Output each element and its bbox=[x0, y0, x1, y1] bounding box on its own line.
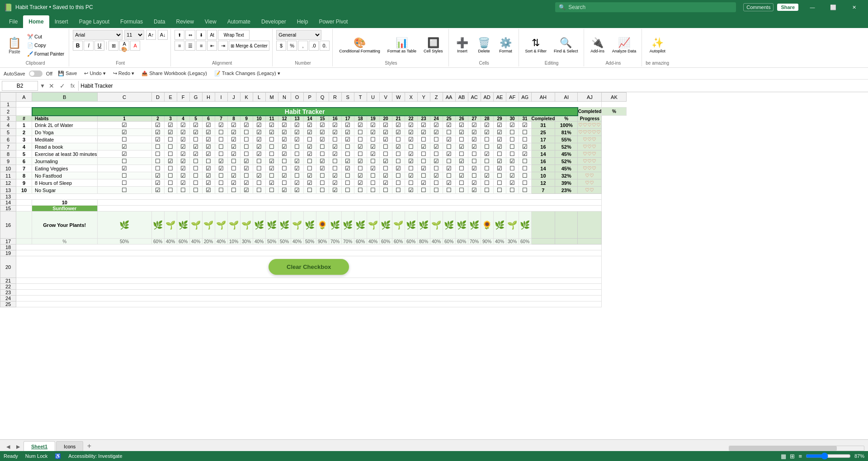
increase-indent-btn[interactable]: ⇥ bbox=[218, 41, 228, 51]
maximize-btn[interactable]: ⬜ bbox=[823, 0, 844, 14]
cell-12-completed[interactable]: 12 bbox=[531, 179, 555, 187]
cell-13-day-6[interactable]: ☑ bbox=[202, 187, 215, 194]
cell-5-day-10[interactable]: ☑ bbox=[253, 129, 265, 136]
cell-10-day-6[interactable]: ☑ bbox=[202, 165, 215, 172]
cell-12-day-20[interactable]: ☑ bbox=[379, 179, 392, 187]
cell-12-day-12[interactable]: ☐ bbox=[278, 179, 291, 187]
cell-8-day-31[interactable]: ☑ bbox=[519, 151, 531, 158]
cell-5-day-23[interactable]: ☑ bbox=[417, 129, 430, 136]
cell-9-day-25[interactable]: ☐ bbox=[443, 158, 455, 165]
cell-4-day-2[interactable]: ☑ bbox=[151, 122, 164, 129]
cell-10-day-12[interactable]: ☐ bbox=[278, 165, 291, 172]
cell-6-day-16[interactable]: ☐ bbox=[329, 136, 341, 143]
cell-5-day-19[interactable]: ☑ bbox=[367, 129, 379, 136]
cell-7-day-7[interactable]: ☐ bbox=[215, 143, 227, 151]
cell-3-19[interactable]: 19 bbox=[367, 116, 379, 122]
undo-btn[interactable]: ↩ Undo ▾ bbox=[82, 70, 107, 77]
cell-13-day-4[interactable]: ☐ bbox=[177, 187, 189, 194]
align-top-btn[interactable]: ⬆ bbox=[175, 30, 184, 40]
cell-10-day-25[interactable]: ☑ bbox=[443, 165, 455, 172]
cell-11-completed[interactable]: 10 bbox=[531, 172, 555, 179]
underline-btn[interactable]: U bbox=[94, 41, 104, 51]
cell-13-day-15[interactable]: ☐ bbox=[316, 187, 329, 194]
row-9-header[interactable]: 9 bbox=[0, 158, 16, 165]
cell-12-day-8[interactable]: ☑ bbox=[227, 179, 240, 187]
cell-9-day-17[interactable]: ☑ bbox=[341, 158, 354, 165]
cell-13-day-14[interactable]: ☐ bbox=[303, 187, 316, 194]
cell-10-day-18[interactable]: ☐ bbox=[354, 165, 367, 172]
cell-11-day-12[interactable]: ☑ bbox=[278, 172, 291, 179]
cell-3-17[interactable]: 17 bbox=[341, 116, 354, 122]
cell-8-day-23[interactable]: ☐ bbox=[417, 151, 430, 158]
cell-13-day-23[interactable]: ☐ bbox=[417, 187, 430, 194]
cell-2-AK[interactable]: % bbox=[602, 108, 627, 116]
font-color-btn[interactable]: A bbox=[130, 41, 140, 51]
cell-13-day-5[interactable]: ☐ bbox=[189, 187, 202, 194]
cell-7-day-1[interactable]: ☑ bbox=[97, 143, 151, 151]
cell-6-progress[interactable]: ♡♡♡ bbox=[578, 136, 602, 143]
cell-5-day-21[interactable]: ☑ bbox=[392, 129, 405, 136]
cell-13-day-16[interactable]: ☑ bbox=[329, 187, 341, 194]
cell-6-day-3[interactable]: ☐ bbox=[164, 136, 177, 143]
cell-6-num[interactable]: 3 bbox=[16, 136, 32, 143]
cell-12-day-13[interactable]: ☑ bbox=[291, 179, 303, 187]
cell-12-day-9[interactable]: ☑ bbox=[240, 179, 253, 187]
cell-8-progress[interactable]: ♡♡♡ bbox=[578, 151, 602, 158]
col-U[interactable]: U bbox=[367, 93, 379, 102]
cell-11-day-19[interactable]: ☐ bbox=[367, 172, 379, 179]
cell-3-24[interactable]: 24 bbox=[430, 116, 443, 122]
cell-4-name[interactable]: Drink 2L of Water bbox=[32, 122, 98, 129]
cell-11-day-29[interactable]: ☐ bbox=[493, 172, 506, 179]
cell-12-day-28[interactable]: ☐ bbox=[481, 179, 493, 187]
cell-6-day-19[interactable]: ☐ bbox=[367, 136, 379, 143]
cell-3-29[interactable]: 29 bbox=[493, 116, 506, 122]
redo-btn[interactable]: ↪ Redo ▾ bbox=[111, 70, 136, 77]
cell-4-progress[interactable]: ♡♡♡♡♡ bbox=[578, 122, 602, 129]
col-I[interactable]: I bbox=[215, 93, 227, 102]
format-as-table-btn[interactable]: 📊 Format as Table bbox=[385, 35, 419, 55]
cell-8-day-30[interactable]: ☐ bbox=[506, 151, 519, 158]
cell-10-day-1[interactable]: ☑ bbox=[97, 165, 151, 172]
cell-12-day-27[interactable]: ☑ bbox=[468, 179, 481, 187]
cell-10-day-8[interactable]: ☐ bbox=[227, 165, 240, 172]
cell-8-day-29[interactable]: ☐ bbox=[493, 151, 506, 158]
cell-13-day-25[interactable]: ☐ bbox=[443, 187, 455, 194]
cell-4-day-13[interactable]: ☑ bbox=[291, 122, 303, 129]
cell-11-day-23[interactable]: ☐ bbox=[417, 172, 430, 179]
cell-11-day-14[interactable]: ☑ bbox=[303, 172, 316, 179]
cell-3-12[interactable]: 12 bbox=[278, 116, 291, 122]
cell-3-23[interactable]: 23 bbox=[417, 116, 430, 122]
cell-8-day-12[interactable]: ☑ bbox=[278, 151, 291, 158]
share-workbook-btn[interactable]: 📤 Share Workbook (Legacy) bbox=[140, 70, 209, 77]
cell-9-day-26[interactable]: ☑ bbox=[455, 158, 468, 165]
cell-11-day-20[interactable]: ☑ bbox=[379, 172, 392, 179]
cell-11-day-17[interactable]: ☐ bbox=[341, 172, 354, 179]
cancel-formula-btn[interactable]: ✕ bbox=[47, 82, 56, 89]
col-S[interactable]: S bbox=[341, 93, 354, 102]
cell-7-day-31[interactable]: ☑ bbox=[519, 143, 531, 151]
col-AC[interactable]: AC bbox=[468, 93, 481, 102]
cell-13-day-22[interactable]: ☑ bbox=[405, 187, 417, 194]
cell-7-day-13[interactable]: ☐ bbox=[291, 143, 303, 151]
cell-9-day-24[interactable]: ☑ bbox=[430, 158, 443, 165]
cell-5-day-11[interactable]: ☑ bbox=[265, 129, 278, 136]
copy-btn[interactable]: 📄Copy bbox=[25, 42, 66, 49]
cell-11-day-30[interactable]: ☑ bbox=[506, 172, 519, 179]
cell-3-1[interactable]: 1 bbox=[97, 116, 151, 122]
cell-3-completed[interactable]: Completed bbox=[531, 116, 555, 122]
cell-3-5[interactable]: 5 bbox=[189, 116, 202, 122]
cell-8-day-6[interactable]: ☑ bbox=[202, 151, 215, 158]
row-10-header[interactable]: 10 bbox=[0, 165, 16, 172]
cell-12-day-4[interactable]: ☑ bbox=[177, 179, 189, 187]
cell-8-day-7[interactable]: ☐ bbox=[215, 151, 227, 158]
cell-7-day-5[interactable]: ☑ bbox=[189, 143, 202, 151]
cell-3-8[interactable]: 8 bbox=[227, 116, 240, 122]
cell-5-day-31[interactable]: ☐ bbox=[519, 129, 531, 136]
tab-page-layout[interactable]: Page Layout bbox=[74, 15, 115, 28]
cell-12-percent[interactable]: 39% bbox=[555, 179, 578, 187]
cell-4-day-26[interactable]: ☑ bbox=[455, 122, 468, 129]
col-J[interactable]: J bbox=[227, 93, 240, 102]
cell-8-day-21[interactable]: ☐ bbox=[392, 151, 405, 158]
cell-4-day-23[interactable]: ☑ bbox=[417, 122, 430, 129]
cell-8-day-10[interactable]: ☑ bbox=[253, 151, 265, 158]
